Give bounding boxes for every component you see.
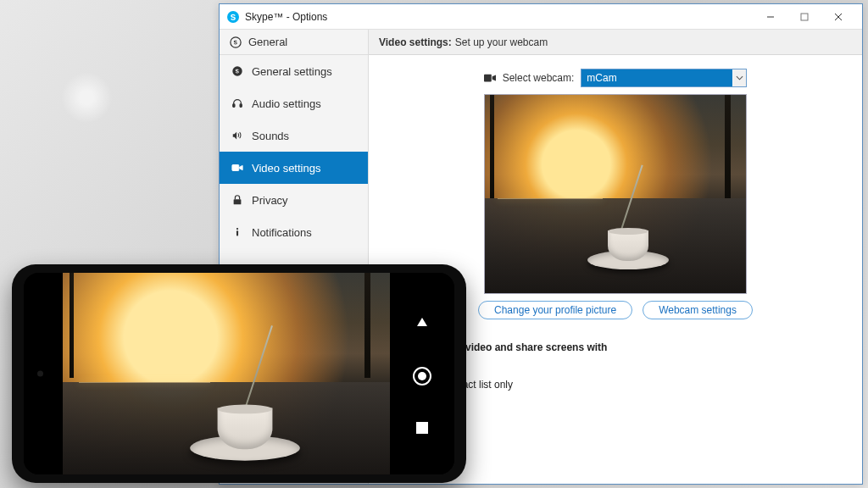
webcam-select[interactable]: mCam bbox=[581, 69, 747, 87]
sidebar-header-label: General bbox=[248, 36, 287, 48]
content-header: Video settings: Set up your webcam bbox=[369, 30, 862, 55]
phone-device bbox=[12, 264, 466, 483]
lock-icon bbox=[231, 194, 243, 206]
sidebar-item-label: Sounds bbox=[252, 130, 289, 142]
phone-stop-button[interactable] bbox=[416, 422, 428, 434]
window-close-button[interactable] bbox=[821, 5, 855, 29]
window-title: Skype™ - Options bbox=[245, 11, 327, 23]
window-minimize-button[interactable] bbox=[754, 5, 787, 29]
webcam-select-value: mCam bbox=[587, 72, 616, 84]
sidebar-item-label: Video settings bbox=[252, 162, 320, 175]
chevron-down-icon bbox=[732, 69, 746, 86]
content-header-text: Set up your webcam bbox=[455, 36, 548, 48]
phone-controls bbox=[390, 273, 454, 474]
svg-rect-12 bbox=[236, 230, 238, 236]
sidebar-item-notifications[interactable]: Notifications bbox=[220, 216, 368, 248]
video-icon bbox=[231, 162, 243, 174]
change-profile-picture-link[interactable]: Change your profile picture bbox=[478, 301, 632, 319]
phone-shutter-button[interactable] bbox=[413, 367, 431, 385]
sidebar-header-general[interactable]: General bbox=[220, 30, 368, 55]
select-webcam-label: Select webcam: bbox=[503, 72, 575, 84]
sidebar-item-label: General settings bbox=[252, 65, 332, 78]
svg-rect-10 bbox=[234, 199, 242, 204]
phone-camera-preview bbox=[63, 273, 390, 474]
sidebar-item-label: Notifications bbox=[252, 226, 312, 239]
receive-video-heading: ive video and share screens with bbox=[448, 341, 842, 353]
sidebar-item-label: Privacy bbox=[252, 194, 288, 207]
skype-icon bbox=[230, 36, 242, 48]
sidebar-item-label: Audio settings bbox=[252, 97, 321, 110]
info-icon bbox=[231, 226, 243, 238]
speaker-icon bbox=[231, 130, 243, 141]
sidebar-item-audio-settings[interactable]: Audio settings bbox=[220, 87, 368, 119]
svg-rect-13 bbox=[484, 75, 492, 82]
skype-logo-icon bbox=[226, 10, 240, 24]
svg-rect-9 bbox=[232, 165, 239, 171]
headphones-icon bbox=[231, 97, 243, 109]
sidebar-item-privacy[interactable]: Privacy bbox=[220, 184, 368, 216]
sidebar-item-general-settings[interactable]: General settings bbox=[220, 55, 368, 87]
phone-bezel bbox=[24, 273, 63, 474]
content-header-bold: Video settings: bbox=[379, 36, 452, 48]
webcam-settings-link[interactable]: Webcam settings bbox=[643, 301, 753, 319]
svg-rect-8 bbox=[240, 104, 242, 108]
svg-point-11 bbox=[236, 228, 238, 230]
window-maximize-button[interactable] bbox=[787, 5, 821, 29]
radio-option-contact-list[interactable]: ontact list only bbox=[448, 379, 842, 391]
titlebar[interactable]: Skype™ - Options bbox=[220, 4, 862, 30]
webcam-preview bbox=[484, 94, 747, 294]
svg-rect-7 bbox=[233, 104, 235, 108]
skype-icon bbox=[231, 65, 243, 77]
phone-up-button[interactable] bbox=[414, 313, 431, 330]
video-icon bbox=[484, 73, 496, 83]
sidebar-item-sounds[interactable]: Sounds bbox=[220, 119, 368, 152]
svg-rect-2 bbox=[801, 14, 808, 20]
sidebar-item-video-settings[interactable]: Video settings bbox=[220, 152, 368, 184]
